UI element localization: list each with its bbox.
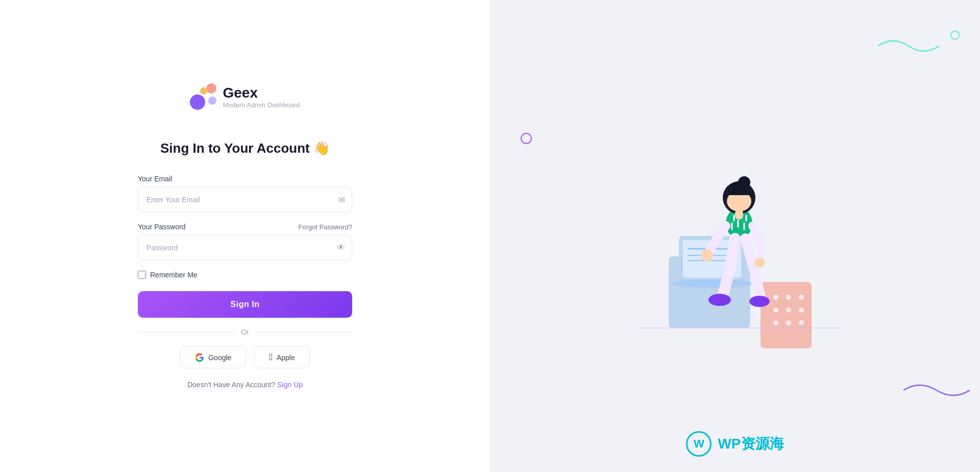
svg-point-7 <box>799 308 804 313</box>
svg-point-3 <box>786 295 791 300</box>
dot-orange <box>200 87 207 95</box>
logo-name: Geex <box>223 85 300 101</box>
svg-point-2 <box>773 295 778 300</box>
logo-section: Geex Modern Admin Dashboard <box>190 83 300 110</box>
apple-button[interactable]:  Apple <box>254 346 309 368</box>
svg-point-25 <box>708 294 731 306</box>
logo-subtitle: Modern Admin Dashboard <box>223 101 300 109</box>
google-label: Google <box>208 353 231 362</box>
remember-checkbox[interactable] <box>138 271 146 279</box>
or-line-right <box>255 332 352 333</box>
password-input[interactable] <box>138 235 352 261</box>
google-button[interactable]: Google <box>180 346 246 368</box>
forgot-password-link[interactable]: Forgot Password? <box>299 223 353 231</box>
password-field-wrapper: 👁 <box>138 235 352 261</box>
deco-wave-teal <box>878 36 939 56</box>
dot-purple-small <box>208 97 216 105</box>
dot-purple-big <box>190 95 205 110</box>
signup-link[interactable]: Sign Up <box>277 381 303 389</box>
or-divider: Or <box>138 328 352 336</box>
svg-point-8 <box>773 320 778 325</box>
no-account-text: Doesn't Have Any Account? <box>187 381 275 389</box>
deco-circle-purple <box>521 133 532 144</box>
email-label: Your Email <box>138 175 352 183</box>
wp-icon: W <box>686 431 712 457</box>
svg-rect-30 <box>735 209 743 220</box>
or-text: Or <box>241 328 249 336</box>
login-form: Sing In to Your Account 👋 Your Email ✉ Y… <box>138 140 352 389</box>
left-panel: Geex Modern Admin Dashboard Sing In to Y… <box>0 0 490 472</box>
svg-point-32 <box>754 257 765 268</box>
watermark: W WP资源海 <box>686 431 783 457</box>
svg-point-10 <box>799 320 804 325</box>
eye-icon[interactable]: 👁 <box>337 243 345 252</box>
apple-label: Apple <box>277 353 295 362</box>
password-row: Your Password Forgot Password? <box>138 223 352 231</box>
sign-in-button[interactable]: Sign In <box>138 291 352 318</box>
google-icon <box>195 353 204 362</box>
email-input[interactable] <box>138 187 352 213</box>
or-line-left <box>138 332 235 333</box>
illustration <box>607 124 863 348</box>
email-icon: ✉ <box>338 195 345 205</box>
svg-point-17 <box>671 279 753 288</box>
svg-rect-1 <box>761 282 812 348</box>
page-title: Sing In to Your Account 👋 <box>138 140 352 156</box>
remember-label: Remember Me <box>150 271 198 279</box>
right-panel: W WP资源海 <box>490 0 980 472</box>
signup-row: Doesn't Have Any Account? Sign Up <box>138 381 352 389</box>
apple-icon:  <box>269 352 273 363</box>
email-field-wrapper: ✉ <box>138 187 352 213</box>
deco-circle-teal <box>950 31 960 40</box>
svg-point-26 <box>749 296 770 307</box>
svg-point-9 <box>786 320 791 325</box>
remember-row: Remember Me <box>138 271 352 279</box>
logo-icon <box>190 83 216 110</box>
svg-point-31 <box>701 249 713 262</box>
dot-salmon <box>206 83 216 93</box>
svg-point-6 <box>786 308 791 313</box>
password-label: Your Password <box>138 223 186 231</box>
svg-point-5 <box>773 308 778 313</box>
wp-text: WP资源海 <box>718 434 783 454</box>
deco-wave-purple <box>903 380 970 400</box>
social-buttons: Google  Apple <box>138 346 352 368</box>
svg-point-4 <box>799 295 804 300</box>
logo-text: Geex Modern Admin Dashboard <box>223 85 300 109</box>
